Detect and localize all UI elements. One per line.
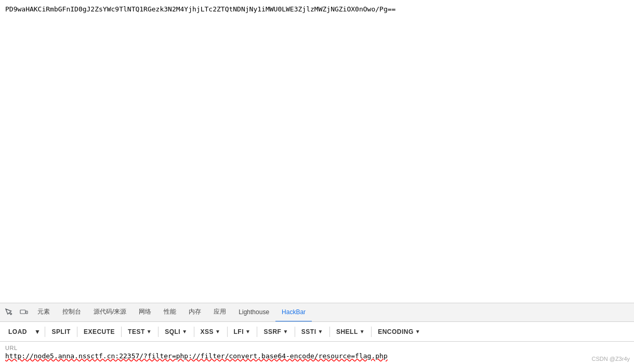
url-label: URL xyxy=(5,345,629,351)
svg-rect-1 xyxy=(26,311,28,314)
execute-button[interactable]: EXECUTE xyxy=(80,325,119,339)
xss-dropdown-arrow: ▼ xyxy=(215,329,220,334)
toolbar-divider-2 xyxy=(77,327,77,337)
hackbar-toolbar: LOAD ▼ SPLIT EXECUTE TEST ▼ SQLI ▼ XSS ▼… xyxy=(0,322,634,342)
test-button[interactable]: TEST ▼ xyxy=(124,325,156,339)
xss-button[interactable]: XSS ▼ xyxy=(196,325,225,339)
encoding-button[interactable]: ENCODING ▼ xyxy=(374,325,425,339)
toolbar-divider-1 xyxy=(45,327,45,337)
tab-elements[interactable]: 元素 xyxy=(31,303,56,322)
lfi-dropdown-arrow: ▼ xyxy=(245,329,250,334)
tab-performance[interactable]: 性能 xyxy=(157,303,182,322)
ssti-button[interactable]: SSTI ▼ xyxy=(297,325,327,339)
tab-hackbar[interactable]: HackBar xyxy=(275,303,312,322)
toolbar-divider-6 xyxy=(227,327,228,337)
encoded-text: PD9waHAKCiRmbGFnID0gJ2ZsYWc9TlNTQ1RGezk3… xyxy=(5,4,629,15)
toolbar-divider-8 xyxy=(295,327,295,337)
load-dropdown-button[interactable]: ▼ xyxy=(32,325,43,339)
inspect-icon[interactable] xyxy=(2,303,17,322)
sqli-button[interactable]: SQLI ▼ xyxy=(161,325,191,339)
url-bar: URL http://node5.anna.nssctf.cn:22357/?f… xyxy=(0,342,634,364)
toolbar-divider-4 xyxy=(158,327,158,337)
toolbar-divider-10 xyxy=(371,327,372,337)
devtools-panel: 元素 控制台 源代码/来源 网络 性能 内存 应用 Lighthouse Hac… xyxy=(0,303,634,364)
toolbar-divider-9 xyxy=(329,327,330,337)
split-button[interactable]: SPLIT xyxy=(47,325,75,339)
url-value[interactable]: http://node5.anna.nssctf.cn:22357/?filte… xyxy=(5,352,629,360)
svg-rect-0 xyxy=(20,310,25,314)
lfi-button[interactable]: LFI ▼ xyxy=(230,325,255,339)
tab-network[interactable]: 网络 xyxy=(133,303,157,322)
tab-bar: 元素 控制台 源代码/来源 网络 性能 内存 应用 Lighthouse Hac… xyxy=(0,303,634,322)
encoding-dropdown-arrow: ▼ xyxy=(415,329,420,334)
toolbar-divider-5 xyxy=(194,327,194,337)
device-toggle-icon[interactable] xyxy=(17,303,31,322)
ssti-dropdown-arrow: ▼ xyxy=(318,329,323,334)
sqli-dropdown-arrow: ▼ xyxy=(182,329,187,334)
tab-lighthouse[interactable]: Lighthouse xyxy=(232,303,275,322)
tab-application[interactable]: 应用 xyxy=(207,303,232,322)
ssrf-dropdown-arrow: ▼ xyxy=(283,329,288,334)
tab-sources[interactable]: 源代码/来源 xyxy=(87,303,133,322)
load-button[interactable]: LOAD xyxy=(4,325,31,339)
toolbar-divider-3 xyxy=(121,327,122,337)
tab-console[interactable]: 控制台 xyxy=(56,303,87,322)
shell-dropdown-arrow: ▼ xyxy=(360,329,365,334)
main-content: PD9waHAKCiRmbGFnID0gJ2ZsYWc9TlNTQ1RGezk3… xyxy=(0,0,634,303)
toolbar-divider-7 xyxy=(257,327,257,337)
ssrf-button[interactable]: SSRF ▼ xyxy=(259,325,292,339)
watermark: CSDN @Z3r4y xyxy=(591,356,630,362)
test-dropdown-arrow: ▼ xyxy=(147,329,152,334)
tab-memory[interactable]: 内存 xyxy=(182,303,207,322)
shell-button[interactable]: SHELL ▼ xyxy=(332,325,369,339)
